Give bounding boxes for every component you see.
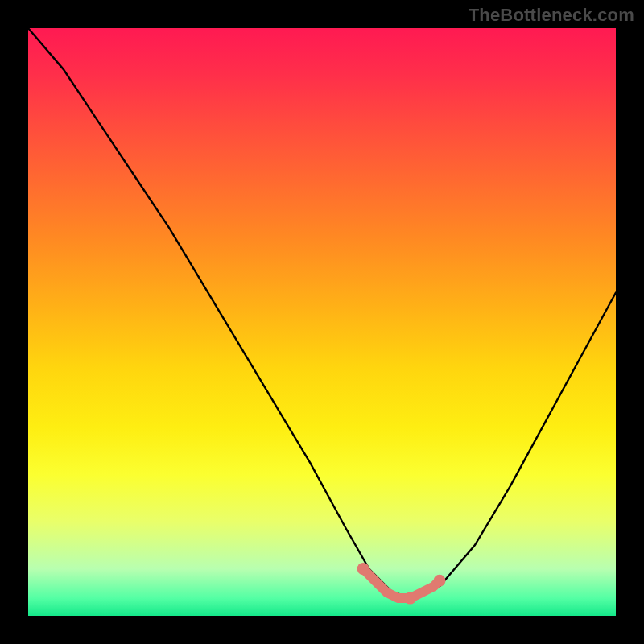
chart-stage: TheBottleneck.com — [0, 0, 644, 644]
frame-right — [616, 0, 644, 644]
curves-svg — [28, 28, 616, 616]
frame-bottom — [0, 616, 644, 644]
optimal-point — [434, 575, 446, 587]
frame-left — [0, 0, 28, 644]
optimal-point — [357, 563, 369, 575]
bottleneck-curve — [28, 28, 616, 598]
watermark-text: TheBottleneck.com — [469, 5, 634, 26]
optimal-point — [404, 592, 416, 605]
